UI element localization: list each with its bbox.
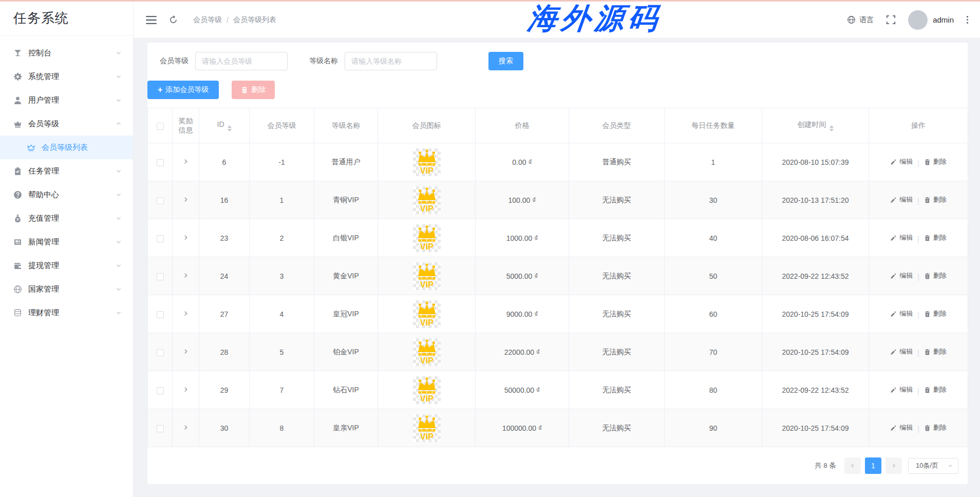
- cell-created: 2020-08-10 15:07:39: [762, 143, 869, 181]
- filter-name-label: 等级名称: [309, 56, 338, 66]
- edit-icon: [890, 235, 897, 241]
- sidebar-item[interactable]: 任务管理: [0, 159, 133, 183]
- header-id[interactable]: ID: [199, 108, 250, 143]
- language-button[interactable]: 语言: [847, 15, 874, 25]
- sidebar-item[interactable]: 控制台: [0, 41, 133, 65]
- cell-created: 2020-08-06 16:07:54: [762, 219, 869, 257]
- table-row: 24 3 黄金VIP VIP 5000.00 ₫ 无法购买 50 2022-09…: [148, 257, 968, 295]
- expand-row-icon[interactable]: [182, 158, 189, 165]
- breadcrumb-parent[interactable]: 会员等级: [193, 15, 222, 25]
- delete-button[interactable]: 删除: [232, 81, 275, 99]
- delete-row-button[interactable]: 删除: [924, 423, 947, 432]
- fullscreen-icon[interactable]: [886, 15, 896, 25]
- edit-icon: [890, 159, 897, 165]
- cell-level: 3: [250, 257, 314, 295]
- row-checkbox[interactable]: [157, 311, 164, 318]
- hamburger-icon[interactable]: [146, 16, 157, 24]
- add-level-button[interactable]: + 添加会员等级: [147, 81, 219, 99]
- expand-row-icon[interactable]: [182, 386, 189, 393]
- refresh-icon[interactable]: [169, 15, 178, 24]
- delete-row-button[interactable]: 删除: [924, 195, 947, 204]
- delete-row-button[interactable]: 删除: [924, 309, 947, 318]
- edit-row-button[interactable]: 编辑: [890, 233, 913, 242]
- edit-icon: [890, 273, 897, 279]
- cell-price: 50000.00 ₫: [476, 371, 569, 409]
- expand-row-icon[interactable]: [182, 272, 189, 279]
- expand-row-icon[interactable]: [182, 310, 189, 317]
- vip-crown-icon: VIP: [413, 186, 441, 214]
- sidebar-item[interactable]: 理财管理: [0, 301, 133, 324]
- sidebar-item[interactable]: 系统管理: [0, 65, 133, 88]
- action-buttons: + 添加会员等级 删除: [147, 81, 968, 99]
- sort-icon[interactable]: [228, 125, 232, 131]
- row-checkbox[interactable]: [157, 197, 164, 204]
- edit-row-button[interactable]: 编辑: [890, 347, 913, 356]
- search-button[interactable]: 搜索: [488, 52, 523, 70]
- sidebar-item[interactable]: 新闻管理: [0, 230, 133, 254]
- trash-icon: [924, 349, 931, 355]
- select-all-checkbox[interactable]: [157, 123, 164, 130]
- filter-name-input[interactable]: [345, 52, 437, 70]
- delete-row-button[interactable]: 删除: [924, 347, 947, 356]
- cell-type: 无法购买: [569, 409, 665, 447]
- cell-price: 22000.00 ₫: [476, 333, 569, 371]
- page-1-button[interactable]: 1: [865, 457, 881, 474]
- chevron-down-icon: [116, 239, 122, 245]
- sidebar-item[interactable]: 提现管理: [0, 254, 133, 277]
- expand-row-icon[interactable]: [182, 196, 189, 203]
- cell-created: 2022-09-22 12:43:52: [762, 371, 869, 409]
- delete-row-button[interactable]: 删除: [924, 271, 947, 280]
- user-menu[interactable]: admin: [908, 10, 954, 30]
- pagination: 共 8 条 1 10条/页: [147, 447, 968, 476]
- svg-text:VIP: VIP: [420, 242, 434, 251]
- row-checkbox[interactable]: [157, 235, 164, 242]
- edit-row-button[interactable]: 编辑: [890, 195, 913, 204]
- row-checkbox[interactable]: [157, 273, 164, 280]
- vip-crown-icon: VIP: [413, 338, 441, 366]
- row-checkbox[interactable]: [157, 159, 164, 166]
- filter-level-input[interactable]: [195, 52, 288, 70]
- sort-icon[interactable]: [830, 125, 834, 131]
- next-page-button[interactable]: [885, 457, 902, 474]
- row-checkbox[interactable]: [157, 387, 164, 394]
- prev-page-button[interactable]: [844, 457, 861, 474]
- edit-row-button[interactable]: 编辑: [890, 271, 913, 280]
- sidebar-subitem[interactable]: 会员等级列表: [0, 136, 133, 159]
- edit-row-button[interactable]: 编辑: [890, 423, 913, 432]
- sidebar-item[interactable]: 会员等级: [0, 112, 133, 136]
- chevron-down-icon: [116, 310, 122, 316]
- header-daily: 每日任务数量: [665, 108, 762, 143]
- cell-daily-tasks: 50: [665, 257, 762, 295]
- sidebar-item[interactable]: ¥充值管理: [0, 206, 133, 230]
- header-created[interactable]: 创建时间: [762, 108, 869, 143]
- delete-row-button[interactable]: 删除: [924, 157, 947, 166]
- delete-row-button[interactable]: 删除: [924, 385, 947, 394]
- globe-icon: [847, 15, 856, 24]
- row-checkbox[interactable]: [157, 349, 164, 356]
- chevron-down-icon: [116, 73, 122, 80]
- sidebar-item[interactable]: 用户管理: [0, 88, 133, 112]
- page-size-select[interactable]: 10条/页: [908, 458, 958, 474]
- edit-row-button[interactable]: 编辑: [890, 309, 913, 318]
- ellipsis-icon[interactable]: [966, 15, 969, 24]
- sidebar-item-label: 帮助中心: [28, 190, 116, 200]
- edit-row-button[interactable]: 编辑: [890, 157, 913, 166]
- expand-row-icon[interactable]: [182, 348, 189, 355]
- cell-id: 30: [199, 409, 250, 447]
- cell-type: 无法购买: [569, 295, 665, 333]
- sidebar-item[interactable]: 帮助中心: [0, 183, 133, 206]
- delete-row-button[interactable]: 删除: [924, 233, 947, 242]
- question-icon: [13, 190, 22, 199]
- chevron-down-icon: [116, 262, 122, 269]
- cell-id: 23: [199, 219, 250, 257]
- sidebar: 任务系统 控制台系统管理用户管理会员等级会员等级列表任务管理帮助中心¥充值管理新…: [0, 0, 134, 497]
- header-name: 等级名称: [314, 108, 378, 143]
- expand-row-icon[interactable]: [182, 424, 189, 431]
- sidebar-item[interactable]: 国家管理: [0, 277, 133, 301]
- row-checkbox[interactable]: [157, 425, 164, 432]
- gear-icon: [13, 72, 22, 81]
- cell-type: 无法购买: [569, 181, 665, 219]
- expand-row-icon[interactable]: [182, 234, 189, 241]
- cell-id: 29: [199, 371, 250, 409]
- edit-row-button[interactable]: 编辑: [890, 385, 913, 394]
